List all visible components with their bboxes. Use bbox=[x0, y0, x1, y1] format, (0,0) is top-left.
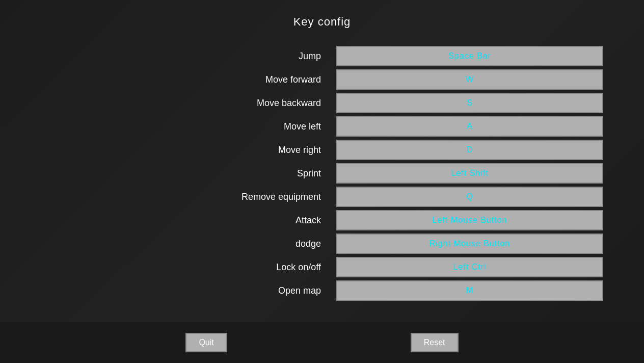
key-binding-button[interactable]: A bbox=[336, 116, 603, 137]
reset-button[interactable]: Reset bbox=[411, 333, 459, 352]
key-binding-button[interactable]: W bbox=[336, 69, 603, 90]
key-binding-button[interactable]: Left Shift bbox=[336, 163, 603, 184]
config-row: Move leftA bbox=[41, 116, 603, 137]
action-label: Jump bbox=[41, 51, 336, 62]
key-binding-button[interactable]: Right Mouse Button bbox=[336, 234, 603, 254]
action-label: Lock on/off bbox=[41, 262, 336, 273]
action-label: Remove equipment bbox=[41, 192, 336, 202]
config-row: Move backwardS bbox=[41, 93, 603, 113]
key-binding-button[interactable]: Left Ctrl bbox=[336, 257, 603, 277]
action-label: Attack bbox=[41, 215, 336, 226]
action-label: Move forward bbox=[41, 74, 336, 85]
key-binding-button[interactable]: Space Bar bbox=[336, 46, 603, 66]
bottom-bar: Quit Reset bbox=[0, 322, 644, 363]
key-binding-button[interactable]: M bbox=[336, 280, 603, 301]
config-row: dodgeRight Mouse Button bbox=[41, 234, 603, 254]
config-row: Move forwardW bbox=[41, 69, 603, 90]
action-label: Move left bbox=[41, 121, 336, 132]
quit-button[interactable]: Quit bbox=[185, 333, 227, 352]
config-row: SprintLeft Shift bbox=[41, 163, 603, 184]
action-label: Move backward bbox=[41, 98, 336, 109]
config-row: Move rightD bbox=[41, 140, 603, 160]
config-row: Remove equipmentQ bbox=[41, 187, 603, 207]
config-row: Open mapM bbox=[41, 280, 603, 301]
key-binding-button[interactable]: D bbox=[336, 140, 603, 160]
key-binding-button[interactable]: Q bbox=[336, 187, 603, 207]
action-label: Open map bbox=[41, 286, 336, 296]
page-title: Key config bbox=[0, 0, 644, 29]
key-binding-button[interactable]: Left Mouse Button bbox=[336, 210, 603, 230]
config-row: AttackLeft Mouse Button bbox=[41, 210, 603, 230]
action-label: dodge bbox=[41, 239, 336, 249]
config-row: Lock on/offLeft Ctrl bbox=[41, 257, 603, 277]
action-label: Move right bbox=[41, 145, 336, 155]
key-binding-button[interactable]: S bbox=[336, 93, 603, 113]
action-label: Sprint bbox=[41, 168, 336, 179]
config-row: JumpSpace Bar bbox=[41, 46, 603, 66]
config-container: JumpSpace BarMove forwardWMove backwardS… bbox=[0, 46, 644, 322]
